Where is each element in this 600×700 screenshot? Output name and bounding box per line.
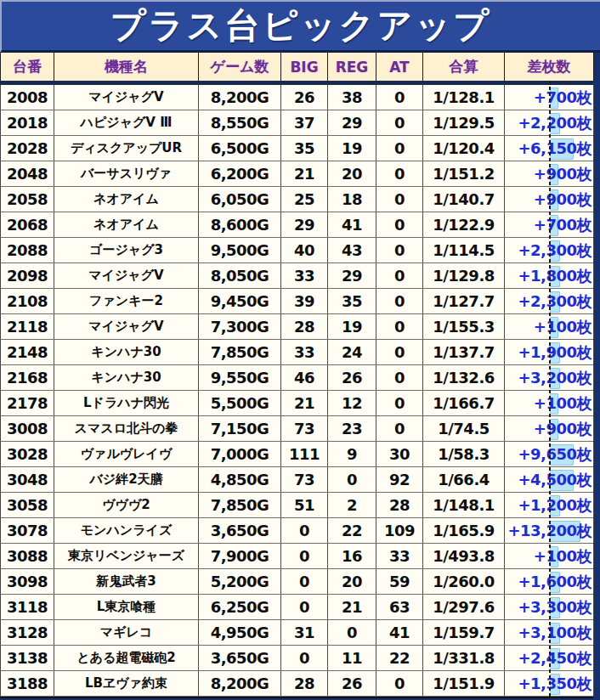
cell-games: 7,150G <box>199 416 281 441</box>
diff-value: +1,800枚 <box>518 266 592 286</box>
cell-games: 8,200G <box>199 85 281 110</box>
cell-machine-name: ヴァルヴレイヴ <box>54 442 199 466</box>
cell-dai-number: 3028 <box>1 442 54 466</box>
cell-diff: +900枚 <box>505 416 594 441</box>
cell-combined: 1/148.1 <box>423 493 505 517</box>
cell-games: 3,650G <box>199 518 281 543</box>
table-row: 2068ネオアイム8,600G294101/122.9+700枚 <box>0 212 593 238</box>
cell-dai-number: 3058 <box>1 493 54 517</box>
cell-machine-name: マギレコ <box>54 620 199 645</box>
col-header-big: BIG <box>281 53 328 81</box>
cell-combined: 1/260.0 <box>423 569 505 594</box>
cell-dai-number: 2018 <box>1 110 54 135</box>
cell-games: 7,000G <box>199 442 281 466</box>
cell-big: 0 <box>281 544 328 568</box>
cell-reg: 20 <box>328 569 376 594</box>
col-header-combined: 合算 <box>423 53 505 81</box>
cell-combined: 1/74.5 <box>423 416 505 441</box>
cell-diff: +3,300枚 <box>505 595 594 619</box>
diff-value: +2,300枚 <box>518 240 592 261</box>
table-row: 3088東京リベンジャーズ7,900G016331/493.8+100枚 <box>0 544 593 569</box>
diff-value: +700枚 <box>534 88 592 108</box>
cell-dai-number: 2148 <box>1 340 54 364</box>
cell-machine-name: ハピジャグV Ⅲ <box>54 110 199 135</box>
cell-machine-name: とある超電磁砲2 <box>54 646 199 670</box>
title-banner: プラス台ピックアップ <box>0 0 600 53</box>
cell-at: 0 <box>376 110 423 135</box>
cell-reg: 24 <box>328 340 376 364</box>
cell-reg: 29 <box>328 263 376 288</box>
cell-machine-name: L東京喰種 <box>54 595 199 619</box>
table-body: 2008マイジャグV8,200G263801/128.1+700枚2018ハピジ… <box>0 85 593 697</box>
cell-dai-number: 2098 <box>1 263 54 288</box>
col-header-machine-name: 機種名 <box>54 53 199 81</box>
cell-big: 37 <box>281 110 328 135</box>
diff-value: +700枚 <box>534 215 592 235</box>
cell-diff: +1,900枚 <box>505 340 594 364</box>
cell-reg: 9 <box>328 442 376 466</box>
cell-diff: +3,200枚 <box>505 365 594 390</box>
cell-games: 8,600G <box>199 212 281 237</box>
cell-reg: 29 <box>328 110 376 135</box>
cell-dai-number: 2118 <box>1 314 54 339</box>
cell-at: 41 <box>376 620 423 645</box>
cell-machine-name: キンハナ30 <box>54 365 199 390</box>
table-row: 3138とある超電磁砲23,650G011221/331.8+2,450枚 <box>0 646 593 671</box>
diff-value: +13,200枚 <box>507 521 592 541</box>
cell-big: 0 <box>281 518 328 543</box>
cell-dai-number: 2088 <box>1 238 54 262</box>
cell-at: 0 <box>376 340 423 364</box>
cell-diff: +9,650枚 <box>505 442 594 466</box>
cell-machine-name: スマスロ北斗の拳 <box>54 416 199 441</box>
cell-games: 8,550G <box>199 110 281 135</box>
cell-combined: 1/165.9 <box>423 518 505 543</box>
diff-value: +3,100枚 <box>518 623 592 643</box>
cell-games: 7,850G <box>199 493 281 517</box>
diff-value: +900枚 <box>534 164 592 184</box>
diff-value: +2,200枚 <box>518 113 592 133</box>
table-row: 2098マイジャグV8,050G332901/129.8+1,800枚 <box>0 263 593 289</box>
cell-combined: 1/132.6 <box>423 365 505 390</box>
cell-machine-name: キンハナ30 <box>54 340 199 364</box>
cell-machine-name: 東京リベンジャーズ <box>54 544 199 568</box>
cell-combined: 1/140.7 <box>423 187 505 212</box>
col-header-diff: 差枚数 <box>505 53 594 81</box>
col-header-reg: REG <box>328 53 376 81</box>
cell-games: 9,500G <box>199 238 281 262</box>
cell-big: 28 <box>281 314 328 339</box>
cell-at: 109 <box>376 518 423 543</box>
cell-big: 51 <box>281 493 328 517</box>
cell-big: 0 <box>281 569 328 594</box>
cell-big: 0 <box>281 646 328 670</box>
cell-machine-name: モンハンライズ <box>54 518 199 543</box>
table-row: 2118マイジャグV7,300G281901/155.3+100枚 <box>0 314 593 340</box>
cell-reg: 20 <box>328 161 376 186</box>
cell-at: 92 <box>376 467 423 492</box>
table-row: 2178Lドラハナ閃光5,500G211201/166.7+100枚 <box>0 391 593 416</box>
table-row: 2018ハピジャグV Ⅲ8,550G372901/129.5+2,200枚 <box>0 110 593 136</box>
cell-at: 0 <box>376 391 423 415</box>
cell-machine-name: 新鬼武者3 <box>54 569 199 594</box>
cell-diff: +4,500枚 <box>505 467 594 492</box>
diff-value: +3,200枚 <box>518 368 592 388</box>
cell-reg: 23 <box>328 416 376 441</box>
cell-machine-name: ファンキー2 <box>54 289 199 313</box>
cell-reg: 22 <box>328 518 376 543</box>
diff-value: +100枚 <box>534 393 592 414</box>
table-header-row: 台番機種名ゲーム数BIGREGAT合算差枚数 <box>0 53 593 81</box>
cell-at: 0 <box>376 263 423 288</box>
cell-reg: 26 <box>328 365 376 390</box>
cell-big: 26 <box>281 85 328 110</box>
cell-at: 0 <box>376 212 423 237</box>
table-row: 3028ヴァルヴレイヴ7,000G1119301/58.3+9,650枚 <box>0 442 593 467</box>
cell-combined: 1/166.7 <box>423 391 505 415</box>
cell-big: 39 <box>281 289 328 313</box>
cell-reg: 0 <box>328 620 376 645</box>
cell-dai-number: 3138 <box>1 646 54 670</box>
cell-diff: +1,800枚 <box>505 263 594 288</box>
cell-combined: 1/120.4 <box>423 136 505 161</box>
cell-combined: 1/159.7 <box>423 620 505 645</box>
cell-combined: 1/331.8 <box>423 646 505 670</box>
page: プラス台ピックアップ 台番機種名ゲーム数BIGREGAT合算差枚数 2008マイ… <box>0 0 600 700</box>
diff-value: +1,600枚 <box>518 572 592 592</box>
